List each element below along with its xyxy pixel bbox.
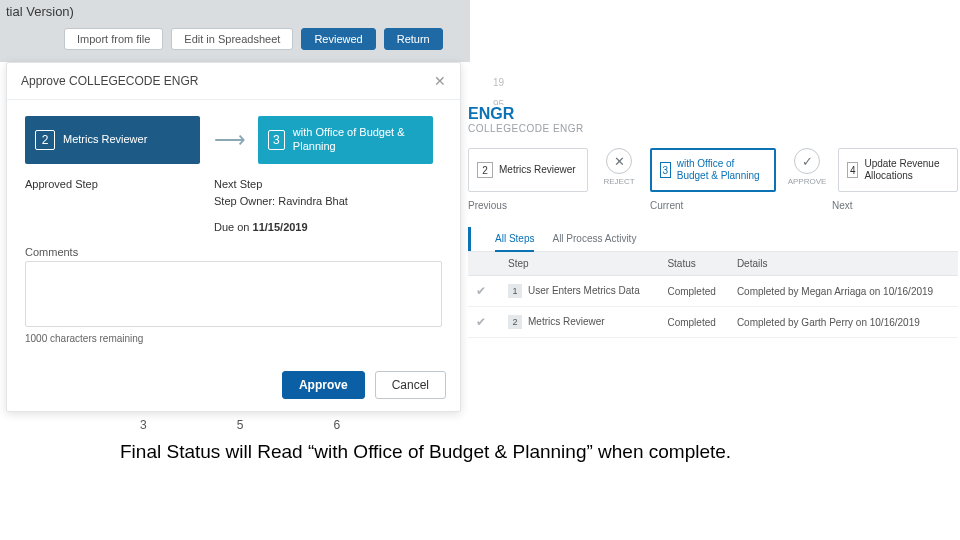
axis-numbers: 3 5 6 [140, 418, 340, 432]
col-step: Step [500, 252, 659, 276]
col-status: Status [659, 252, 728, 276]
unit-code: ENGR [468, 105, 958, 123]
approve-modal: Approve COLLEGECODE ENGR ✕ 2 Metrics Rev… [6, 62, 461, 412]
close-icon[interactable]: ✕ [434, 73, 446, 89]
next-step-card: 3 with Office of Budget & Planning [258, 116, 433, 164]
reject-button[interactable]: ✕ REJECT [596, 148, 642, 186]
col-details: Details [729, 252, 958, 276]
return-button[interactable]: Return [384, 28, 443, 50]
approved-step-label: Approved Step [25, 176, 200, 193]
due-date: 11/15/2019 [253, 221, 308, 233]
title-fragment: tial Version) [0, 0, 80, 23]
approve-step-button[interactable]: ✓ APPROVE [784, 148, 830, 186]
reject-icon: ✕ [606, 148, 632, 174]
unit-subtitle: COLLEGECODE ENGR [468, 123, 958, 134]
comments-label: Comments [25, 246, 442, 258]
step-owner-value: Ravindra Bhat [278, 195, 348, 207]
next-step-label: Next Step [214, 176, 389, 193]
arrow-right-icon: ⟶ [214, 127, 244, 153]
stage-next-label: Next [832, 200, 952, 211]
cancel-button[interactable]: Cancel [375, 371, 446, 399]
due-label: Due on [214, 221, 249, 233]
comments-textarea[interactable] [25, 261, 442, 327]
stage-current-label: Current [650, 200, 770, 211]
step-owner-label: Step Owner: [214, 195, 275, 207]
characters-remaining: 1000 characters remaining [25, 333, 442, 344]
check-icon: ✔ [476, 284, 486, 298]
previous-step-card[interactable]: 2 Metrics Reviewer [468, 148, 588, 192]
reviewed-button[interactable]: Reviewed [301, 28, 375, 50]
approve-button[interactable]: Approve [282, 371, 365, 399]
table-row: ✔ 2Metrics Reviewer Completed Completed … [468, 307, 958, 338]
approve-icon: ✓ [794, 148, 820, 174]
current-step-card[interactable]: 3 with Office of Budget & Planning [650, 148, 776, 192]
approved-step-card: 2 Metrics Reviewer [25, 116, 200, 164]
step-number: 3 [268, 130, 285, 150]
background-toolbar: tial Version) Import from file Edit in S… [0, 0, 470, 62]
slide-caption: Final Status will Read “with Office of B… [120, 440, 820, 465]
check-icon: ✔ [476, 315, 486, 329]
tab-all-process-activity[interactable]: All Process Activity [552, 227, 636, 251]
step-label: Metrics Reviewer [63, 133, 147, 147]
next-step-card[interactable]: 4 Update Revenue Allocations [838, 148, 958, 192]
edit-in-spreadsheet-button[interactable]: Edit in Spreadsheet [171, 28, 293, 50]
modal-title: Approve COLLEGECODE ENGR [21, 74, 198, 88]
table-row: ✔ 1User Enters Metrics Data Completed Co… [468, 276, 958, 307]
tab-all-steps[interactable]: All Steps [495, 227, 534, 252]
import-from-file-button[interactable]: Import from file [64, 28, 163, 50]
step-number: 2 [35, 130, 55, 150]
workflow-panel: ENGR COLLEGECODE ENGR 2 Metrics Reviewer… [468, 105, 958, 365]
stage-previous-label: Previous [468, 200, 588, 211]
step-label: with Office of Budget & Planning [293, 126, 423, 154]
steps-history-table: Step Status Details ✔ 1User Enters Metri… [468, 252, 958, 338]
